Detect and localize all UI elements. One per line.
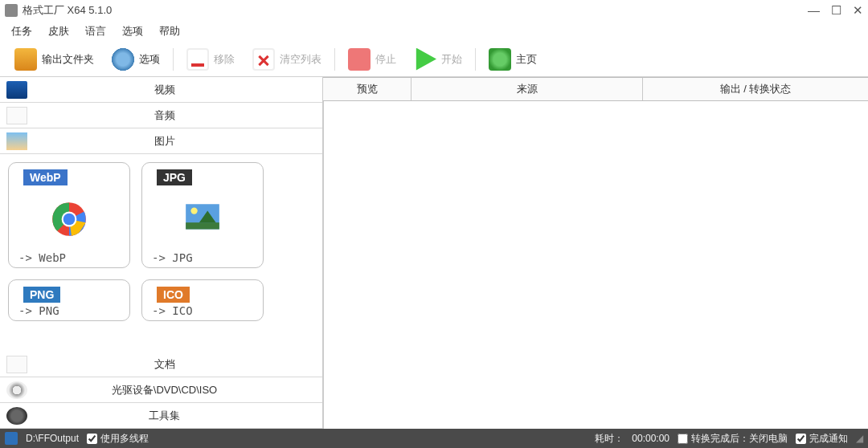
category-audio-label: 音频 xyxy=(34,108,322,123)
globe-icon xyxy=(489,48,511,71)
play-icon xyxy=(414,48,436,71)
category-disc-label: 光驱设备\DVD\CD\ISO xyxy=(34,383,322,397)
folder-small-icon[interactable] xyxy=(5,432,18,445)
task-list[interactable] xyxy=(323,101,868,429)
menu-options[interactable]: 选项 xyxy=(122,24,143,39)
multithread-input[interactable] xyxy=(87,434,97,444)
category-video-label: 视频 xyxy=(34,83,322,97)
maximize-button[interactable]: ☐ xyxy=(831,3,841,18)
tile-webp[interactable]: WebP -> WebP xyxy=(8,162,130,268)
notify-checkbox[interactable]: 完成通知 xyxy=(796,432,848,446)
tile-ico-label: -> ICO xyxy=(152,304,193,317)
tile-jpg[interactable]: JPG -> JPG xyxy=(141,162,264,268)
category-disc[interactable]: 光驱设备\DVD\CD\ISO xyxy=(0,377,322,403)
col-source[interactable]: 来源 xyxy=(411,78,643,100)
badge-webp: WebP xyxy=(23,169,68,185)
main-area: 视频 音频 图片 WebP -> WebP JPG -> JPG xyxy=(0,77,868,429)
start-label: 开始 xyxy=(441,52,462,67)
clear-button[interactable]: 清空列表 xyxy=(246,42,328,76)
start-button[interactable]: 开始 xyxy=(407,42,469,76)
multithread-label: 使用多线程 xyxy=(100,432,149,446)
notify-input[interactable] xyxy=(796,434,806,444)
elapsed-value: 00:00:00 xyxy=(632,433,669,444)
tile-jpg-label: -> JPG xyxy=(152,251,193,264)
category-image[interactable]: 图片 xyxy=(0,128,322,154)
output-folder-label: 输出文件夹 xyxy=(42,52,94,67)
multithread-checkbox[interactable]: 使用多线程 xyxy=(87,432,149,446)
output-folder-button[interactable]: 输出文件夹 xyxy=(8,42,100,76)
stop-button[interactable]: 停止 xyxy=(342,42,403,76)
title-bar: 格式工厂 X64 5.1.0 — ☐ ✕ xyxy=(0,0,868,21)
menu-skin[interactable]: 皮肤 xyxy=(48,24,69,39)
status-bar: D:\FFOutput 使用多线程 耗时： 00:00:00 转换完成后：关闭电… xyxy=(0,429,868,448)
toolbar: 输出文件夹 选项 移除 清空列表 停止 开始 主页 xyxy=(0,42,868,77)
options-button[interactable]: 选项 xyxy=(105,42,166,76)
minimize-button[interactable]: — xyxy=(808,3,820,18)
separator xyxy=(173,48,174,71)
col-output-status[interactable]: 输出 / 转换状态 xyxy=(643,78,868,100)
output-path[interactable]: D:\FFOutput xyxy=(26,433,79,444)
close-button[interactable]: ✕ xyxy=(853,3,863,18)
window-title: 格式工厂 X64 5.1.0 xyxy=(23,3,808,18)
gear-icon xyxy=(112,48,134,71)
svg-rect-7 xyxy=(186,222,219,229)
separator xyxy=(475,48,476,71)
category-image-label: 图片 xyxy=(34,134,322,149)
menu-bar: 任务 皮肤 语言 选项 帮助 xyxy=(0,21,868,42)
audio-icon xyxy=(6,107,27,124)
after-convert-input[interactable] xyxy=(678,434,688,444)
clear-icon xyxy=(252,48,275,71)
tools-icon xyxy=(6,407,27,425)
left-panel: 视频 音频 图片 WebP -> WebP JPG -> JPG xyxy=(0,77,323,429)
remove-label: 移除 xyxy=(214,52,235,67)
notify-label: 完成通知 xyxy=(809,432,848,446)
after-convert-label: 转换完成后：关闭电脑 xyxy=(691,432,788,446)
tile-webp-label: -> WebP xyxy=(18,251,66,264)
elapsed-label: 耗时： xyxy=(595,432,624,446)
category-document[interactable]: 文档 xyxy=(0,352,322,377)
category-video[interactable]: 视频 xyxy=(0,77,322,103)
badge-png: PNG xyxy=(23,287,60,303)
right-panel: 预览 来源 输出 / 转换状态 xyxy=(323,77,868,429)
badge-ico: ICO xyxy=(157,287,190,303)
app-icon xyxy=(5,4,18,17)
home-label: 主页 xyxy=(516,52,537,67)
clear-label: 清空列表 xyxy=(280,52,321,67)
separator xyxy=(334,48,335,71)
image-icon xyxy=(6,132,27,150)
tile-png[interactable]: PNG -> PNG xyxy=(8,279,130,321)
menu-task[interactable]: 任务 xyxy=(11,24,32,39)
video-icon xyxy=(6,81,27,99)
format-grid[interactable]: WebP -> WebP JPG -> JPG PNG -> PNG ICO xyxy=(0,154,322,352)
svg-point-5 xyxy=(63,214,76,226)
disc-icon xyxy=(6,381,27,399)
category-audio[interactable]: 音频 xyxy=(0,103,322,128)
folder-icon xyxy=(14,48,37,71)
after-convert-checkbox[interactable]: 转换完成后：关闭电脑 xyxy=(678,432,788,446)
options-label: 选项 xyxy=(139,52,160,67)
category-document-label: 文档 xyxy=(34,357,322,372)
home-button[interactable]: 主页 xyxy=(482,42,543,76)
category-tools[interactable]: 工具集 xyxy=(0,403,322,429)
svg-point-8 xyxy=(190,207,197,214)
window-controls: — ☐ ✕ xyxy=(808,3,863,18)
remove-button[interactable]: 移除 xyxy=(180,42,241,76)
remove-icon xyxy=(186,48,209,71)
menu-help[interactable]: 帮助 xyxy=(159,24,180,39)
document-icon xyxy=(6,356,27,373)
table-header: 预览 来源 输出 / 转换状态 xyxy=(323,77,868,101)
category-tools-label: 工具集 xyxy=(34,409,322,423)
badge-jpg: JPG xyxy=(157,169,192,185)
tile-png-label: -> PNG xyxy=(18,304,59,317)
resize-grip[interactable]: ◢ xyxy=(856,433,863,444)
chrome-icon xyxy=(41,187,97,251)
menu-language[interactable]: 语言 xyxy=(85,24,106,39)
stop-icon xyxy=(348,48,371,71)
col-preview[interactable]: 预览 xyxy=(323,78,411,100)
photo-icon xyxy=(174,187,231,251)
tile-ico[interactable]: ICO -> ICO xyxy=(141,279,264,321)
stop-label: 停止 xyxy=(375,52,396,67)
